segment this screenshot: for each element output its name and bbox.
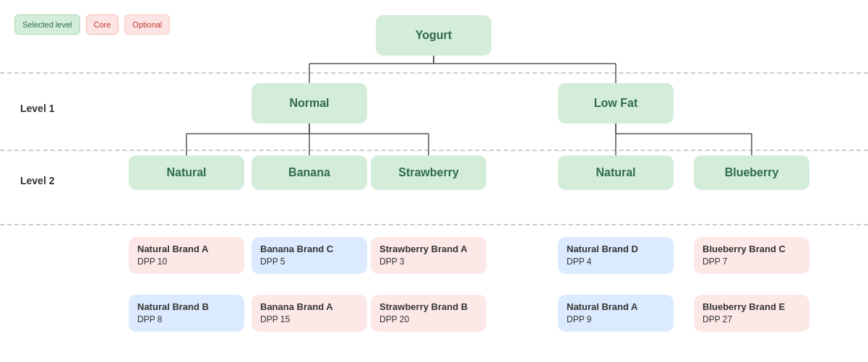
product-name: Blueberry Brand C — [702, 243, 801, 256]
legend-selected-label: Selected level — [22, 20, 72, 29]
legend-optional: Optional — [124, 14, 170, 35]
product-dpp: DPP 5 — [260, 256, 358, 268]
diagram-container: Selected level Core Optional Level 1 Lev… — [0, 0, 868, 362]
product-dpp: DPP 27 — [702, 314, 801, 326]
product-natural-brand-a[interactable]: Natural Brand A DPP 10 — [129, 237, 244, 274]
product-dpp: DPP 20 — [379, 314, 478, 326]
divider-3 — [0, 224, 868, 225]
product-strawberry-brand-b[interactable]: Strawberry Brand B DPP 20 — [371, 295, 486, 332]
product-dpp: DPP 10 — [137, 256, 236, 268]
legend-optional-label: Optional — [132, 20, 162, 29]
product-natural-brand-a2[interactable]: Natural Brand A DPP 9 — [558, 295, 674, 332]
legend-selected: Selected level — [14, 14, 80, 35]
product-dpp: DPP 9 — [567, 314, 665, 326]
node-banana: Banana — [252, 155, 367, 190]
product-name: Natural Brand D — [567, 243, 665, 256]
product-blueberry-brand-e[interactable]: Blueberry Brand E DPP 27 — [694, 295, 809, 332]
yogurt-label: Yogurt — [416, 29, 452, 42]
product-strawberry-brand-a[interactable]: Strawberry Brand A DPP 3 — [371, 237, 486, 274]
product-name: Banana Brand C — [260, 243, 358, 256]
node-yogurt: Yogurt — [376, 15, 491, 56]
product-name: Strawberry Brand A — [379, 243, 478, 256]
normal-label: Normal — [289, 97, 329, 110]
legend-core: Core — [86, 14, 119, 35]
divider-2 — [0, 150, 868, 151]
product-dpp: DPP 8 — [137, 314, 236, 326]
divider-1 — [0, 72, 868, 74]
node-strawberry: Strawberry — [371, 155, 486, 190]
blueberry-label: Blueberry — [725, 166, 779, 179]
product-name: Natural Brand B — [137, 301, 236, 314]
strawberry-label: Strawberry — [398, 166, 459, 179]
product-name: Natural Brand A — [567, 301, 665, 314]
product-dpp: DPP 15 — [260, 314, 358, 326]
product-banana-brand-c[interactable]: Banana Brand C DPP 5 — [252, 237, 367, 274]
legend: Selected level Core Optional — [14, 14, 170, 35]
natural2-label: Natural — [596, 166, 635, 179]
product-blueberry-brand-c[interactable]: Blueberry Brand C DPP 7 — [694, 237, 809, 274]
product-banana-brand-a[interactable]: Banana Brand A DPP 15 — [252, 295, 367, 332]
product-natural-brand-b[interactable]: Natural Brand B DPP 8 — [129, 295, 244, 332]
level1-label: Level 1 — [20, 103, 54, 114]
product-natural-brand-d[interactable]: Natural Brand D DPP 4 — [558, 237, 674, 274]
banana-label: Banana — [288, 166, 330, 179]
lowfat-label: Low Fat — [594, 97, 637, 110]
product-dpp: DPP 4 — [567, 256, 665, 268]
product-name: Strawberry Brand B — [379, 301, 478, 314]
node-blueberry: Blueberry — [694, 155, 809, 190]
node-natural-2: Natural — [558, 155, 674, 190]
legend-core-label: Core — [94, 20, 111, 29]
product-name: Natural Brand A — [137, 243, 236, 256]
level2-label: Level 2 — [20, 175, 54, 186]
node-normal: Normal — [252, 83, 367, 124]
product-name: Blueberry Brand E — [702, 301, 801, 314]
product-dpp: DPP 7 — [702, 256, 801, 268]
product-name: Banana Brand A — [260, 301, 358, 314]
natural1-label: Natural — [166, 166, 206, 179]
node-natural-1: Natural — [129, 155, 244, 190]
node-lowfat: Low Fat — [558, 83, 674, 124]
product-dpp: DPP 3 — [379, 256, 478, 268]
